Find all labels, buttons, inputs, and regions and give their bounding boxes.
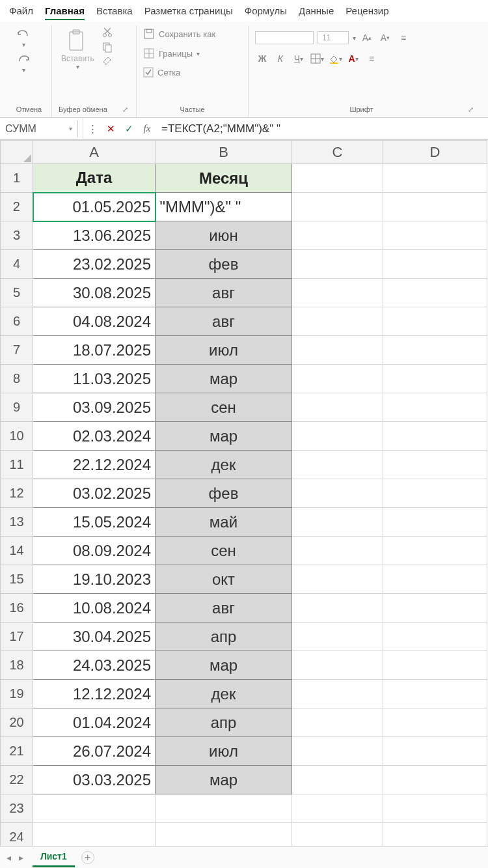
undo-button[interactable]: ▾ [13,27,34,49]
cell[interactable] [383,623,487,651]
cell[interactable] [292,193,383,221]
row-header[interactable]: 11 [1,451,33,479]
cell[interactable] [292,594,383,623]
cell[interactable]: сен [156,393,292,422]
fill-color-button[interactable]: ▾ [328,51,342,66]
cell[interactable]: 26.07.2024 [33,737,156,766]
cell[interactable]: 08.09.2024 [33,537,156,565]
cell[interactable]: мар [156,651,292,680]
formula-cancel-button[interactable]: ✕ [102,123,120,135]
cell[interactable]: мар [156,766,292,794]
menu-page-layout[interactable]: Разметка страницы [144,5,233,20]
bold-button[interactable]: Ж [255,51,269,66]
cell[interactable] [156,794,292,823]
cell[interactable]: 01.04.2024 [33,708,156,737]
col-header-B[interactable]: B [156,141,292,164]
cell[interactable] [383,594,487,623]
borders-button[interactable]: Границы ▾ [143,46,200,61]
row-header[interactable]: 5 [1,279,33,307]
menu-insert[interactable]: Вставка [96,5,133,20]
row-header[interactable]: 20 [1,708,33,737]
save-as-button[interactable]: Сохранить как [143,27,215,41]
name-box[interactable]: СУММ ▾ [0,120,78,137]
formula-input[interactable]: =ТЕКСТ(A2;"МММ")&" " [156,120,488,138]
cell[interactable]: Месяц [156,164,292,193]
cell[interactable]: 03.02.2025 [33,479,156,508]
cell[interactable]: авг [156,279,292,307]
cell[interactable]: 30.08.2025 [33,279,156,307]
cell[interactable] [383,651,487,680]
cell[interactable]: 23.02.2025 [33,250,156,279]
cell[interactable] [292,279,383,307]
cell[interactable]: июл [156,336,292,365]
cell[interactable]: апр [156,708,292,737]
insert-function-button[interactable]: fx [138,123,156,134]
font-size-selector[interactable]: 11 [318,31,349,44]
cell[interactable] [292,537,383,565]
font-dialog-launcher[interactable]: ⤢ [468,105,475,114]
row-header[interactable]: 18 [1,651,33,680]
sheet-nav-arrows[interactable]: ◂ ▸ [7,852,26,863]
cell[interactable] [383,279,487,307]
cell[interactable]: дек [156,451,292,479]
cell[interactable] [292,737,383,766]
cell[interactable]: 10.08.2024 [33,594,156,623]
cell[interactable] [383,365,487,393]
row-header[interactable]: 10 [1,422,33,451]
cell[interactable] [292,508,383,537]
cell[interactable] [292,336,383,365]
row-header[interactable]: 22 [1,766,33,794]
row-header[interactable]: 12 [1,479,33,508]
align-icon[interactable]: ≡ [396,31,411,45]
cell[interactable]: мар [156,365,292,393]
cell[interactable] [383,737,487,766]
underline-button[interactable]: Ч ▾ [291,51,306,66]
row-header[interactable]: 17 [1,623,33,651]
cell[interactable]: 11.03.2025 [33,365,156,393]
cell[interactable] [383,479,487,508]
cell[interactable]: фев [156,479,292,508]
row-header[interactable]: 21 [1,737,33,766]
cell[interactable] [292,565,383,594]
cell[interactable] [383,766,487,794]
more-align-icon[interactable]: ≡ [364,51,379,66]
cell[interactable] [292,766,383,794]
format-painter-icon[interactable] [101,55,114,67]
cut-icon[interactable] [101,27,114,38]
cell[interactable]: 03.09.2025 [33,393,156,422]
row-header[interactable]: 14 [1,537,33,565]
cell[interactable]: авг [156,594,292,623]
cell[interactable]: сен [156,537,292,565]
select-all-corner[interactable] [1,141,33,164]
cell[interactable]: 22.12.2024 [33,451,156,479]
cell[interactable] [383,451,487,479]
cell[interactable]: 18.07.2025 [33,336,156,365]
sheet-tab-1[interactable]: Лист1 [33,847,75,867]
cell[interactable]: окт [156,565,292,594]
row-header[interactable]: 23 [1,794,33,823]
cell[interactable] [383,250,487,279]
increase-font-icon[interactable]: A▴ [360,31,374,45]
cell[interactable] [292,451,383,479]
italic-button[interactable]: К [273,51,288,66]
cell[interactable] [33,794,156,823]
row-header[interactable]: 16 [1,594,33,623]
row-header[interactable]: 2 [1,193,33,221]
menu-file[interactable]: Файл [9,5,33,20]
cell[interactable] [383,193,487,221]
cell[interactable]: авг [156,307,292,336]
cell[interactable] [292,307,383,336]
cell[interactable] [292,393,383,422]
col-header-A[interactable]: A [33,141,156,164]
formula-more-icon[interactable]: ⋮ [83,123,102,135]
cell[interactable]: май [156,508,292,537]
copy-icon[interactable] [101,41,114,53]
cell[interactable] [383,393,487,422]
cell[interactable]: 19.10.2023 [33,565,156,594]
cell[interactable] [292,422,383,451]
cell[interactable] [292,651,383,680]
border-button[interactable]: ▾ [310,51,324,66]
cell[interactable] [383,794,487,823]
row-header[interactable]: 4 [1,250,33,279]
row-header[interactable]: 9 [1,393,33,422]
